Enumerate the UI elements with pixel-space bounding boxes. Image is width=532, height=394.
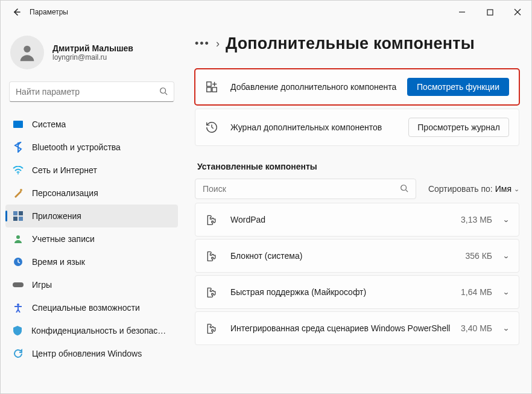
personalization-icon [13,188,24,199]
history-icon [205,121,218,134]
user-name: Дмитрий Малышев [52,43,133,53]
sidebar-item-label: Система [32,119,66,129]
component-search-input[interactable] [203,184,400,194]
sidebar-item-personalization[interactable]: Персонализация [5,182,178,205]
component-size: 356 КБ [465,251,492,261]
sidebar-item-apps[interactable]: Приложения [5,205,178,227]
user-block[interactable]: Дмитрий Малышев loyngrin@mail.ru [10,36,173,69]
accounts-icon [13,234,24,244]
chevron-right-icon: › [216,37,220,50]
svg-point-17 [17,303,19,306]
sort-by-value: Имя [495,184,511,194]
svg-rect-19 [207,87,211,92]
person-icon [17,42,37,63]
component-name: Интегрированная среда сценариев Windows … [230,323,461,334]
maximize-icon [487,9,493,16]
sidebar-item-label: Учетные записи [32,234,95,244]
view-history-button[interactable]: Просмотреть журнал [408,118,509,137]
component-row[interactable]: Блокнот (система) 356 КБ ⌄ [195,239,519,273]
history-card: Журнал дополнительных компонентов Просмо… [195,109,519,146]
search-input[interactable] [16,87,159,97]
back-button[interactable] [5,1,27,23]
sort-dropdown[interactable]: Сортировать по: Имя ⌄ [428,184,519,194]
search-icon [159,87,168,97]
chevron-down-icon: ⌄ [502,215,510,224]
component-search-box[interactable] [195,179,416,199]
page-title: Дополнительные компоненты [226,34,475,53]
view-features-button[interactable]: Посмотреть функции [407,78,509,96]
component-name: Блокнот (система) [230,250,465,261]
svg-line-26 [406,189,408,192]
sidebar-item-label: Bluetooth и устройства [32,142,121,152]
svg-rect-18 [207,82,211,86]
history-text: Журнал дополнительных компонентов [230,122,408,133]
chevron-down-icon: ⌄ [502,252,510,260]
sidebar-item-network[interactable]: Сеть и Интернет [5,159,178,182]
component-name: Быстрая поддержка (Майкрософт) [230,287,461,297]
system-icon [13,119,24,130]
close-icon [514,8,521,16]
component-row[interactable]: WordPad 3,13 МБ ⌄ [195,203,519,237]
sidebar-item-label: Время и язык [32,257,85,267]
svg-rect-11 [19,211,23,215]
breadcrumb-more[interactable]: ••• [195,37,210,50]
sort-by-label: Сортировать по: [428,184,493,194]
titlebar: Параметры [1,1,531,24]
close-button[interactable] [504,3,531,21]
sidebar-item-label: Центр обновления Windows [32,349,142,358]
svg-rect-10 [13,211,17,215]
component-row[interactable]: Быстрая поддержка (Майкрософт) 1,64 МБ ⌄ [195,275,519,309]
accessibility-icon [13,302,24,313]
svg-rect-7 [13,121,23,128]
svg-point-5 [160,87,166,93]
puzzle-icon [205,213,218,226]
sidebar-item-gaming[interactable]: Игры [5,273,178,296]
breadcrumb: ••• › Дополнительные компоненты [195,34,519,53]
sidebar-item-label: Специальные возможности [32,303,140,313]
maximize-button[interactable] [476,3,504,21]
svg-rect-1 [487,10,493,15]
chevron-down-icon: ⌄ [502,324,510,332]
svg-rect-20 [212,87,217,92]
sidebar-item-label: Сеть и Интернет [32,165,97,175]
search-box[interactable] [9,81,174,102]
gaming-icon [13,279,24,290]
puzzle-icon [205,322,218,335]
avatar [10,36,44,69]
apps-icon [13,211,24,221]
sidebar-item-label: Конфиденциальность и безопасность [31,326,171,335]
minimize-icon [458,8,466,16]
sidebar-item-time[interactable]: Время и язык [5,250,178,273]
sidebar-item-accounts[interactable]: Учетные записи [5,227,178,250]
sidebar-item-system[interactable]: Система [5,113,178,136]
puzzle-icon [205,249,218,262]
sidebar-item-label: Игры [32,280,52,290]
minimize-button[interactable] [448,3,476,21]
sidebar: Дмитрий Малышев loyngrin@mail.ru Система… [1,24,183,393]
svg-rect-13 [19,217,23,221]
svg-line-6 [165,92,168,95]
component-name: WordPad [230,214,461,225]
search-icon [400,184,408,194]
main: ••• › Дополнительные компоненты Добавлен… [183,24,531,393]
svg-point-9 [20,189,22,191]
component-size: 3,40 МБ [461,323,492,333]
user-email: loyngrin@mail.ru [52,53,133,62]
svg-point-8 [17,173,19,174]
svg-point-14 [16,235,20,239]
component-row[interactable]: Интегрированная среда сценариев Windows … [195,311,519,345]
sidebar-item-accessibility[interactable]: Специальные возможности [5,296,178,319]
back-arrow-icon [11,7,21,17]
app-title: Параметры [30,8,68,16]
update-icon [13,348,24,359]
network-icon [13,165,24,176]
sidebar-item-privacy[interactable]: Конфиденциальность и безопасность [5,319,178,342]
add-feature-card: Добавление дополнительного компонента По… [195,69,519,105]
puzzle-icon [205,285,218,299]
component-size: 1,64 МБ [461,287,492,297]
svg-point-25 [401,185,407,190]
add-feature-text: Добавление дополнительного компонента [230,81,407,93]
sidebar-item-update[interactable]: Центр обновления Windows [5,342,178,365]
privacy-icon [13,325,23,336]
sidebar-item-bluetooth[interactable]: Bluetooth и устройства [5,136,178,159]
